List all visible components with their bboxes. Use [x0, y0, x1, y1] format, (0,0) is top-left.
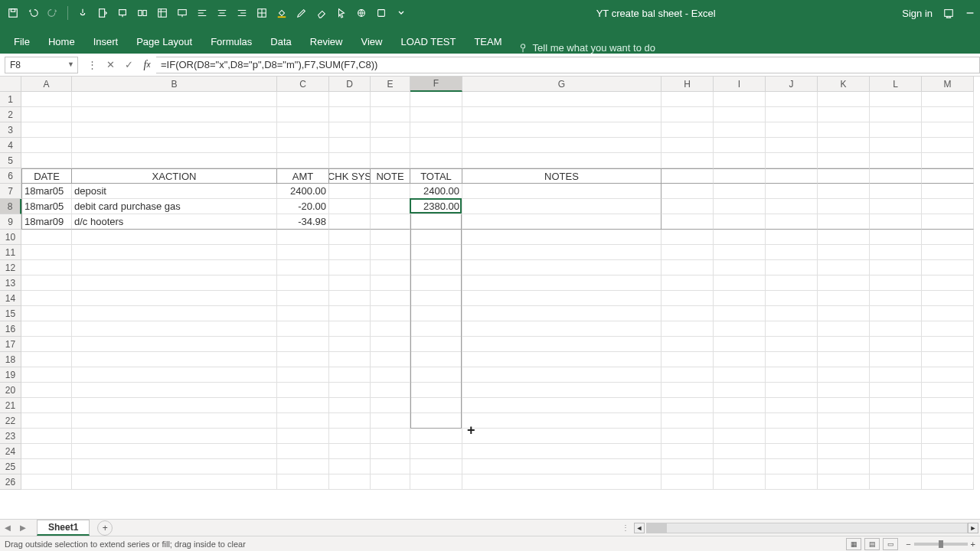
cell-K9[interactable] [818, 214, 870, 230]
cell-B14[interactable] [72, 291, 277, 306]
cell-C24[interactable] [277, 444, 329, 459]
cell-L23[interactable] [870, 429, 922, 444]
cell-H2[interactable] [662, 107, 714, 122]
cell-L14[interactable] [870, 291, 922, 306]
cell-D9[interactable] [329, 214, 371, 230]
cell-H25[interactable] [662, 459, 714, 474]
cell-K10[interactable] [818, 230, 870, 245]
cell-C22[interactable] [277, 413, 329, 429]
cell-H20[interactable] [662, 383, 714, 398]
cell-A1[interactable] [21, 92, 72, 107]
cell-G26[interactable] [462, 474, 662, 490]
cell-H15[interactable] [662, 306, 714, 321]
cell-J23[interactable] [766, 429, 818, 444]
cell-I20[interactable] [714, 383, 766, 398]
cell-A8[interactable]: 18mar05 [21, 199, 72, 214]
freeze-icon[interactable] [154, 5, 171, 21]
cell-J15[interactable] [766, 306, 818, 321]
cell-E2[interactable] [371, 107, 410, 122]
cell-F1[interactable] [410, 92, 462, 107]
tab-review[interactable]: Review [301, 31, 352, 54]
cell-F16[interactable] [410, 321, 462, 337]
cell-E22[interactable] [371, 413, 410, 429]
cell-C15[interactable] [277, 306, 329, 321]
cell-K12[interactable] [818, 260, 870, 276]
cell-J21[interactable] [766, 398, 818, 413]
cell-I17[interactable] [714, 337, 766, 352]
cell-K6[interactable] [818, 168, 870, 184]
cell-F10[interactable] [410, 230, 462, 245]
cell-M23[interactable] [922, 429, 974, 444]
cell-D20[interactable] [329, 383, 371, 398]
cell-A20[interactable] [21, 383, 72, 398]
cell-B15[interactable] [72, 306, 277, 321]
cell-B18[interactable] [72, 352, 277, 367]
cell-K22[interactable] [818, 413, 870, 429]
cell-C4[interactable] [277, 138, 329, 153]
cell-A10[interactable] [21, 230, 72, 245]
cell-A26[interactable] [21, 474, 72, 490]
cell-D13[interactable] [329, 276, 371, 291]
ribbon-display-options-icon[interactable] [943, 8, 954, 18]
cell-J13[interactable] [766, 276, 818, 291]
cell-A6[interactable]: DATE [21, 168, 72, 184]
row-header-4[interactable]: 4 [0, 138, 21, 153]
cell-E13[interactable] [371, 276, 410, 291]
cell-L6[interactable] [870, 168, 922, 184]
cell-C2[interactable] [277, 107, 329, 122]
new-icon[interactable] [94, 5, 111, 21]
cell-K4[interactable] [818, 138, 870, 153]
cell-B9[interactable]: d/c hooters [72, 214, 277, 230]
cell-J5[interactable] [766, 153, 818, 168]
cell-A15[interactable] [21, 306, 72, 321]
cell-A11[interactable] [21, 245, 72, 260]
cell-E8[interactable] [371, 199, 410, 214]
row-header-12[interactable]: 12 [0, 260, 21, 276]
cell-B16[interactable] [72, 321, 277, 337]
cell-M17[interactable] [922, 337, 974, 352]
cell-I24[interactable] [714, 444, 766, 459]
cell-C8[interactable]: -20.00 [277, 199, 329, 214]
cell-G20[interactable] [462, 383, 662, 398]
cell-A14[interactable] [21, 291, 72, 306]
cell-E25[interactable] [371, 459, 410, 474]
row-header-3[interactable]: 3 [0, 122, 21, 138]
cell-L13[interactable] [870, 276, 922, 291]
cell-H1[interactable] [662, 92, 714, 107]
tab-formulas[interactable]: Formulas [201, 31, 261, 54]
cell-G21[interactable] [462, 398, 662, 413]
cell-M3[interactable] [922, 122, 974, 138]
cell-F2[interactable] [410, 107, 462, 122]
cell-D16[interactable] [329, 321, 371, 337]
cell-C12[interactable] [277, 260, 329, 276]
cell-H6[interactable] [662, 168, 714, 184]
cell-G6[interactable]: NOTES [462, 168, 662, 184]
cell-J17[interactable] [766, 337, 818, 352]
cell-H19[interactable] [662, 367, 714, 383]
cell-H24[interactable] [662, 444, 714, 459]
cell-L17[interactable] [870, 337, 922, 352]
cell-J10[interactable] [766, 230, 818, 245]
cell-J1[interactable] [766, 92, 818, 107]
globe-icon[interactable] [353, 5, 370, 21]
left-align-icon[interactable] [194, 5, 211, 21]
tab-load-test[interactable]: LOAD TEST [391, 31, 465, 54]
cell-E6[interactable]: NOTE [371, 168, 410, 184]
cell-M19[interactable] [922, 367, 974, 383]
cell-B20[interactable] [72, 383, 277, 398]
cell-M9[interactable] [922, 214, 974, 230]
cell-M21[interactable] [922, 398, 974, 413]
cell-L15[interactable] [870, 306, 922, 321]
cell-G12[interactable] [462, 260, 662, 276]
spreadsheet-grid[interactable]: ABCDEFGHIJKLM 12345678910111213141516171… [0, 77, 980, 502]
cell-C13[interactable] [277, 276, 329, 291]
add-sheet-button[interactable]: + [97, 520, 113, 536]
cell-B24[interactable] [72, 444, 277, 459]
cell-J7[interactable] [766, 184, 818, 199]
tab-page-layout[interactable]: Page Layout [127, 31, 201, 54]
cell-A21[interactable] [21, 398, 72, 413]
cell-K3[interactable] [818, 122, 870, 138]
cell-C10[interactable] [277, 230, 329, 245]
cell-K18[interactable] [818, 352, 870, 367]
cell-L21[interactable] [870, 398, 922, 413]
